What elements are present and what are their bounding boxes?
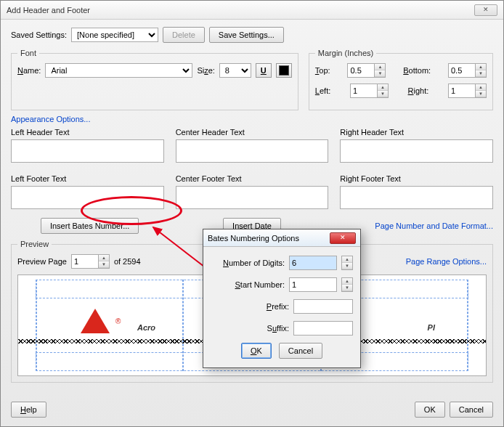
- sub-ok-button[interactable]: OK: [241, 343, 272, 359]
- left-header-label: Left Header Text: [11, 128, 164, 137]
- start-number-label: Start Number:: [219, 280, 285, 289]
- prefix-label: Prefix:: [224, 302, 289, 311]
- sub-titlebar: Bates Numbering Options ✕: [203, 229, 360, 247]
- font-name-select[interactable]: Arial: [45, 63, 192, 78]
- font-legend: Font: [17, 49, 39, 57]
- titlebar: Add Header and Footer ✕: [1, 1, 503, 20]
- cancel-button[interactable]: Cancel: [450, 402, 493, 418]
- center-footer-label: Center Footer Text: [176, 174, 329, 183]
- preview-of-label: of 2594: [114, 257, 141, 266]
- sub-title: Bates Numbering Options: [208, 234, 299, 243]
- start-number-input[interactable]: [289, 277, 337, 292]
- help-button[interactable]: Help: [11, 402, 46, 418]
- page-number-date-format-link[interactable]: Page Number and Date Format...: [375, 221, 493, 230]
- appearance-options-link[interactable]: Appearance Options...: [11, 115, 90, 123]
- header-footer-grid: Left Header Text Center Header Text Righ…: [11, 128, 493, 209]
- bates-numbering-dialog: Bates Numbering Options ✕ Number of Digi…: [203, 229, 361, 368]
- num-digits-label: Number of Digits:: [219, 259, 285, 267]
- registered-icon: ®: [115, 317, 121, 325]
- sub-cancel-button[interactable]: Cancel: [279, 343, 322, 359]
- margin-legend: Margin (Inches): [315, 49, 376, 57]
- dialog-footer: Help OK Cancel: [11, 402, 493, 418]
- sub-close-icon[interactable]: ✕: [330, 232, 356, 244]
- center-header-label: Center Header Text: [176, 128, 329, 137]
- prefix-input[interactable]: [293, 299, 353, 314]
- preview-page-label: Preview Page: [17, 257, 67, 266]
- font-color-button[interactable]: [276, 63, 292, 78]
- saved-settings-label: Saved Settings:: [11, 30, 67, 39]
- preview-legend: Preview: [17, 240, 52, 248]
- underline-button[interactable]: U: [256, 63, 272, 78]
- margin-right-spinner[interactable]: ▲▼: [448, 84, 487, 98]
- margin-bottom-spinner[interactable]: ▲▼: [448, 63, 487, 78]
- right-footer-label: Right Footer Text: [340, 174, 493, 183]
- color-swatch-icon: [279, 65, 289, 76]
- margin-left-label: Left:: [315, 86, 330, 95]
- margin-top-spinner[interactable]: ▲▼: [347, 63, 386, 78]
- num-digits-input[interactable]: [289, 256, 337, 270]
- page-range-options-link[interactable]: Page Range Options...: [406, 257, 487, 266]
- save-settings-button[interactable]: Save Settings...: [209, 27, 284, 43]
- font-fieldset: Font Name: Arial Size: 8 U: [11, 49, 298, 110]
- close-icon[interactable]: ✕: [474, 4, 497, 16]
- margin-fieldset: Margin (Inches) Top: ▲▼ Bottom: ▲▼ Left:…: [309, 49, 493, 110]
- margin-right-label: Right:: [408, 86, 429, 95]
- suffix-label: Suffix:: [224, 324, 289, 333]
- right-header-label: Right Header Text: [340, 128, 493, 137]
- left-footer-input[interactable]: [11, 186, 164, 209]
- left-header-input[interactable]: [11, 139, 164, 163]
- right-footer-input[interactable]: [340, 186, 493, 209]
- left-footer-label: Left Footer Text: [11, 174, 164, 183]
- right-header-input[interactable]: [340, 139, 493, 163]
- font-size-select[interactable]: 8: [219, 63, 251, 78]
- center-footer-input[interactable]: [176, 186, 329, 209]
- window-title: Add Header and Footer: [7, 6, 90, 15]
- preview-page-spinner[interactable]: ▲▼: [71, 254, 110, 269]
- ok-button[interactable]: OK: [415, 402, 445, 418]
- font-name-label: Name:: [17, 66, 41, 75]
- preview-logo-text: Acro: [137, 309, 155, 336]
- insert-bates-number-button[interactable]: Insert Bates Number...: [41, 218, 139, 234]
- center-header-input[interactable]: [176, 139, 329, 163]
- delete-button[interactable]: Delete: [163, 27, 205, 43]
- adobe-logo-icon: [81, 309, 110, 333]
- margin-left-spinner[interactable]: ▲▼: [350, 84, 389, 98]
- saved-settings-row: Saved Settings: [None specified] Delete …: [11, 27, 493, 43]
- suffix-input[interactable]: [293, 321, 353, 336]
- saved-settings-select[interactable]: [None specified]: [71, 28, 158, 42]
- dialog-add-header-footer: Add Header and Footer ✕ Saved Settings: …: [0, 0, 504, 427]
- preview-logo-text2: PI: [428, 309, 435, 336]
- font-size-label: Size:: [197, 66, 214, 75]
- margin-top-label: Top:: [315, 66, 330, 75]
- margin-bottom-label: Bottom:: [403, 66, 431, 75]
